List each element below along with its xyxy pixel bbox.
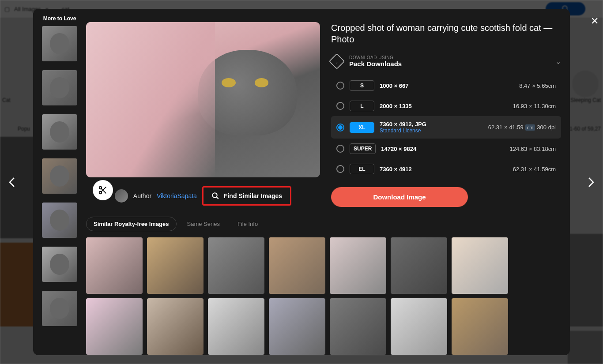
svg-point-6 <box>212 193 217 198</box>
author-link[interactable]: ViktoriaSapata <box>157 192 197 199</box>
author-avatar[interactable] <box>115 189 128 203</box>
size-badge: EL <box>350 164 374 174</box>
main-image[interactable] <box>86 22 320 177</box>
close-icon[interactable]: ✕ <box>591 15 599 27</box>
size-badge: S <box>350 80 374 91</box>
sidebar-thumb[interactable] <box>42 70 77 105</box>
similar-image-thumb[interactable] <box>147 298 204 355</box>
author-label: Author <box>133 192 151 199</box>
similar-image-thumb[interactable] <box>269 237 325 294</box>
size-option-super[interactable]: SUPER14720 × 9824124.63 × 83.18cm <box>331 139 561 159</box>
radio-icon <box>336 165 344 173</box>
download-using-main: Pack Downloads <box>349 60 549 68</box>
tab-same-series[interactable]: Same Series <box>180 217 227 231</box>
size-physical: 124.63 × 83.18cm <box>510 146 556 152</box>
similar-image-thumb[interactable] <box>269 298 325 355</box>
radio-icon <box>336 102 344 110</box>
size-badge: SUPER <box>350 143 376 154</box>
more-to-love-sidebar: More to Love <box>33 9 86 355</box>
size-badge: XL <box>350 122 374 133</box>
crop-button[interactable] <box>93 180 113 200</box>
sidebar-thumb[interactable] <box>42 247 77 282</box>
size-dimensions: 1000 × 667 <box>380 83 441 89</box>
size-physical: 62.31 × 41.59cm <box>513 166 556 173</box>
size-option-l[interactable]: L2000 × 133516.93 × 11.30cm <box>331 96 561 116</box>
similar-image-thumb[interactable] <box>452 298 508 355</box>
radio-icon <box>336 145 344 153</box>
size-physical: 62.31 × 41.59 cm 300 dpi <box>488 124 556 131</box>
sidebar-thumb[interactable] <box>42 114 77 150</box>
sidebar-thumb[interactable] <box>42 203 77 238</box>
search-icon <box>211 192 219 200</box>
size-physical: 8.47 × 5.65cm <box>519 83 556 89</box>
similar-image-thumb[interactable] <box>330 298 386 355</box>
size-license[interactable]: Standard License <box>380 128 441 134</box>
similar-image-thumb[interactable] <box>208 237 264 294</box>
sidebar-thumb[interactable] <box>42 158 77 194</box>
download-image-button[interactable]: Download Image <box>331 187 468 207</box>
size-option-el[interactable]: EL7360 × 491262.31 × 41.59cm <box>331 159 561 179</box>
size-dimensions: 14720 × 9824 <box>381 146 443 152</box>
similar-image-thumb[interactable] <box>330 237 386 294</box>
similar-image-thumb[interactable] <box>86 237 143 294</box>
svg-point-3 <box>99 191 102 194</box>
chevron-down-icon: ⌄ <box>555 57 561 66</box>
sidebar-thumb[interactable] <box>42 291 77 326</box>
find-similar-button[interactable]: Find Similar Images <box>202 186 291 206</box>
sidebar-thumb[interactable] <box>42 26 77 61</box>
similar-image-thumb[interactable] <box>86 298 143 355</box>
scissors-icon <box>98 185 108 195</box>
download-pack-icon: ↓ <box>329 53 345 70</box>
size-dimensions: 7360 × 4912 <box>380 166 441 173</box>
similar-image-thumb[interactable] <box>452 237 508 294</box>
similar-image-thumb[interactable] <box>391 237 447 294</box>
download-using-row[interactable]: ↓ DOWNLOAD USING Pack Downloads ⌄ <box>331 53 561 75</box>
dpi-label: 300 dpi <box>537 124 556 131</box>
similar-image-thumb[interactable] <box>208 298 264 355</box>
svg-point-2 <box>99 187 102 189</box>
radio-icon <box>336 82 344 90</box>
tab-file-info[interactable]: File Info <box>230 217 265 231</box>
size-dimensions: 2000 × 1335 <box>380 103 441 109</box>
radio-icon <box>336 124 344 131</box>
size-dimensions: 7360 × 4912, JPG <box>380 121 441 128</box>
tabs-row: Similar Royalty-free ImagesSame SeriesFi… <box>86 217 570 231</box>
download-using-sub: DOWNLOAD USING <box>349 55 549 60</box>
tab-similar-royalty-free-images[interactable]: Similar Royalty-free Images <box>86 217 177 231</box>
image-detail-modal: More to Love Autho <box>33 9 570 355</box>
size-physical: 16.93 × 11.30cm <box>513 103 556 109</box>
size-option-xl[interactable]: XL7360 × 4912, JPGStandard License62.31 … <box>331 116 561 139</box>
similar-image-thumb[interactable] <box>147 237 204 294</box>
similar-image-thumb[interactable] <box>391 298 447 355</box>
image-title: Cropped shot of woman carrying cute scot… <box>331 22 561 45</box>
svg-line-7 <box>216 197 219 199</box>
main-image-wrap: Author ViktoriaSapata Find Similar Image… <box>86 22 320 207</box>
unit-badge: cm <box>525 124 535 131</box>
sidebar-title: More to Love <box>43 15 76 22</box>
size-option-s[interactable]: S1000 × 6678.47 × 5.65cm <box>331 75 561 96</box>
prev-arrow-icon[interactable] <box>4 173 21 191</box>
next-arrow-icon[interactable] <box>582 173 599 191</box>
size-badge: L <box>350 101 374 111</box>
similar-images-grid: See More <box>86 237 563 355</box>
find-similar-label: Find Similar Images <box>224 192 282 199</box>
download-panel: Cropped shot of woman carrying cute scot… <box>331 22 570 207</box>
